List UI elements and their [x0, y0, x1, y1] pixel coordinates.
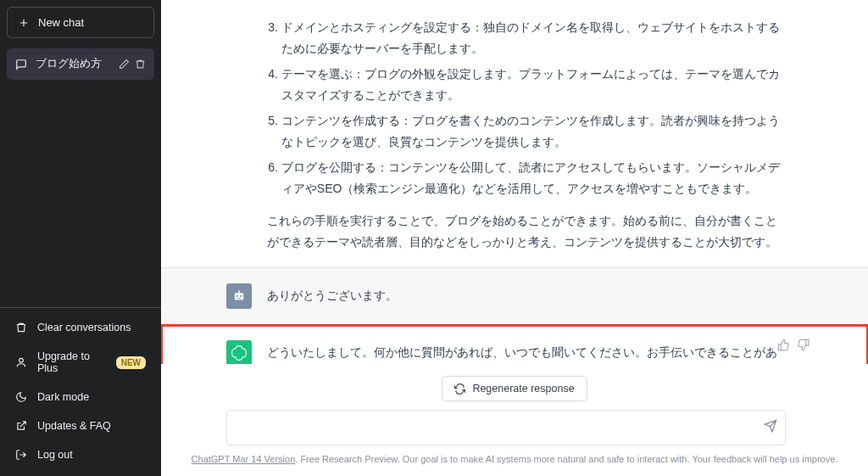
send-button[interactable] — [764, 419, 777, 436]
external-link-icon — [15, 420, 27, 432]
robot-icon — [231, 288, 247, 304]
openai-icon — [231, 344, 248, 361]
assistant-message-highlighted: どういたしまして。何か他に質問があれば、いつでも聞いてください。お手伝いできるこ… — [161, 325, 868, 364]
logout-label: Log out — [37, 449, 73, 461]
logout-icon — [15, 449, 27, 461]
assistant-avatar — [226, 340, 252, 364]
step-item: コンテンツを作成する：ブログを書くためのコンテンツを作成します。読者が興味を持つ… — [281, 110, 786, 152]
footer-text: ChatGPT Mar 14 Version. Free Research Pr… — [161, 445, 868, 469]
moon-icon — [15, 391, 27, 403]
svg-rect-4 — [237, 298, 242, 299]
dark-mode-button[interactable]: Dark mode — [7, 383, 154, 412]
main-area: ドメインとホスティングを設定する：独自のドメイン名を取得し、ウェブサイトをホスト… — [161, 0, 868, 476]
trash-icon — [15, 322, 27, 333]
plus-icon — [18, 17, 30, 29]
svg-point-2 — [236, 295, 238, 297]
clear-conversations-button[interactable]: Clear conversations — [7, 313, 154, 342]
svg-point-3 — [240, 295, 242, 297]
assistant-message: ドメインとホスティングを設定する：独自のドメイン名を取得し、ウェブサイトをホスト… — [161, 0, 868, 267]
assistant-text: どういたしまして。何か他に質問があれば、いつでも聞いてください。お手伝いできるこ… — [267, 340, 786, 364]
user-text: ありがとうございます。 — [267, 283, 786, 309]
updates-button[interactable]: Updates & FAQ — [7, 412, 154, 440]
upgrade-label: Upgrade to Plus — [37, 350, 106, 374]
svg-point-0 — [19, 358, 24, 362]
chat-icon — [15, 59, 27, 70]
updates-label: Updates & FAQ — [37, 420, 111, 432]
svg-rect-1 — [235, 293, 244, 300]
logout-button[interactable]: Log out — [7, 440, 154, 469]
regenerate-button[interactable]: Regenerate response — [442, 376, 587, 401]
edit-icon[interactable] — [119, 59, 130, 70]
send-icon — [764, 419, 777, 433]
feedback-buttons — [777, 339, 810, 351]
new-badge: NEW — [116, 356, 146, 369]
step-item: ブログを公開する：コンテンツを公開して、読者にアクセスしてもらいます。ソーシャル… — [281, 157, 786, 199]
clear-conversations-label: Clear conversations — [37, 322, 131, 333]
thumbs-up-icon[interactable] — [777, 339, 790, 351]
new-chat-button[interactable]: New chat — [7, 7, 154, 38]
sidebar: New chat ブログ始め方 Clear conversations Upgr… — [0, 0, 161, 476]
regenerate-label: Regenerate response — [472, 383, 574, 395]
footer-note: . Free Research Preview. Our goal is to … — [295, 454, 837, 464]
assistant-closing: これらの手順を実行することで、ブログを始めることができます。始める前に、自分が書… — [267, 210, 786, 252]
chat-scroll[interactable]: ドメインとホスティングを設定する：独自のドメイン名を取得し、ウェブサイトをホスト… — [161, 0, 868, 364]
new-chat-label: New chat — [38, 16, 84, 29]
user-avatar — [226, 283, 252, 309]
version-link[interactable]: ChatGPT Mar 14 Version — [192, 454, 296, 464]
refresh-icon — [454, 384, 465, 395]
bottom-area: Regenerate response ChatGPT Mar 14 Versi… — [161, 364, 868, 476]
conversation-title: ブログ始め方 — [36, 57, 110, 71]
assistant-steps-list: ドメインとホスティングを設定する：独自のドメイン名を取得し、ウェブサイトをホスト… — [267, 17, 786, 199]
trash-icon[interactable] — [135, 59, 146, 70]
user-icon — [15, 356, 27, 368]
conversation-item[interactable]: ブログ始め方 — [7, 48, 154, 80]
chat-input[interactable] — [226, 410, 786, 445]
upgrade-button[interactable]: Upgrade to Plus NEW — [7, 342, 154, 383]
step-item: ドメインとホスティングを設定する：独自のドメイン名を取得し、ウェブサイトをホスト… — [281, 17, 786, 59]
step-item: テーマを選ぶ：ブログの外観を設定します。プラットフォームによっては、テーマを選ん… — [281, 64, 786, 105]
thumbs-down-icon[interactable] — [797, 339, 810, 351]
user-message: ありがとうございます。 — [161, 267, 868, 325]
dark-mode-label: Dark mode — [37, 391, 89, 403]
